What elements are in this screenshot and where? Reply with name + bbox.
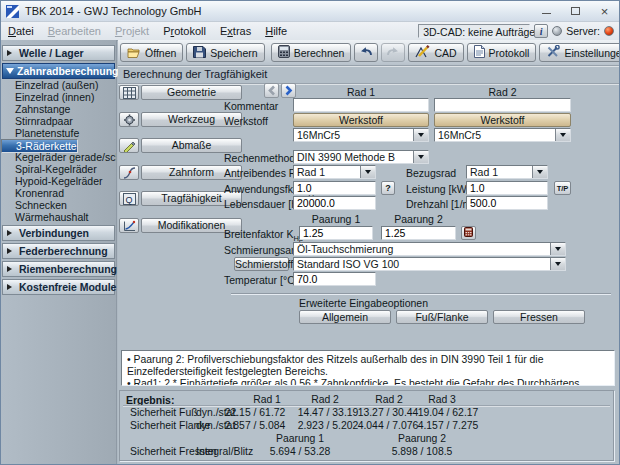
pair-header: Paarung 2 xyxy=(377,433,467,444)
sidebar-section-federberechnung[interactable]: Federberechnung xyxy=(2,243,115,259)
lebensdauer-input[interactable] xyxy=(293,196,376,210)
sidebar-item-zahnstange[interactable]: Zahnstange xyxy=(1,103,116,115)
drehzahl-input[interactable] xyxy=(466,196,548,210)
expander-collapsed-icon xyxy=(7,266,15,272)
settings-button[interactable]: Einstellungen xyxy=(539,43,620,62)
abmasse-button[interactable]: Abmaße xyxy=(141,138,242,153)
result-row-sub: Integral/Blitz xyxy=(196,446,253,457)
cad-status-field: 3D-CAD: keine Aufträge xyxy=(418,24,530,38)
werkstoff-rad2-button[interactable]: Werkstoff xyxy=(434,113,571,127)
save-icon xyxy=(193,46,206,60)
dropdown-arrow-icon[interactable] xyxy=(532,166,547,178)
protocol-icon xyxy=(474,45,485,60)
dropdown-arrow-icon[interactable] xyxy=(360,166,375,178)
info-button[interactable]: i xyxy=(534,24,548,38)
sidebar-item-waermehaushalt[interactable]: Wärmehaushalt xyxy=(1,211,116,223)
dropdown-arrow-icon[interactable] xyxy=(555,129,570,141)
page-title: Berechnung der Tragfähigkeit xyxy=(118,66,619,84)
leistung-toggle-button[interactable]: T/P xyxy=(554,181,571,195)
sidebar-section-welle-lager[interactable]: Welle / Lager xyxy=(2,45,115,61)
menu-item-datei[interactable]: Datei xyxy=(1,25,41,37)
zahnform-icon[interactable] xyxy=(119,165,139,180)
breitenfaktor-calc-button[interactable] xyxy=(461,226,476,240)
fuss-flanke-button[interactable]: Fuß/Flanke xyxy=(396,310,488,324)
menu-item-projekt: Projekt xyxy=(108,25,156,37)
close-button[interactable]: × xyxy=(590,1,619,21)
result-cell: 5.694 / 53.28 xyxy=(255,446,345,457)
werkstoff-rad2-select[interactable]: 16MnCr5 xyxy=(434,128,571,142)
anwendungsfaktor-input[interactable] xyxy=(293,181,376,195)
geometrie-button[interactable]: Geometrie xyxy=(141,85,242,100)
calculate-button[interactable]: Berechnen xyxy=(271,43,352,62)
abmasse-icon[interactable] xyxy=(119,138,139,153)
result-row-label: Sicherheit Fuß xyxy=(130,407,198,418)
cad-button[interactable]: CAD xyxy=(408,43,463,62)
server-label: Server: xyxy=(566,25,600,37)
sidebar-item-kronenrad[interactable]: Kronenrad xyxy=(1,187,116,199)
sidebar-item-hypoid-kegelraeder[interactable]: Hypoid-Kegelräder xyxy=(1,175,116,187)
menu-bar: Datei Bearbeiten Projekt Protokoll Extra… xyxy=(1,22,619,41)
sidebar-section-verbindungen[interactable]: Verbindungen xyxy=(2,225,115,241)
menu-item-hilfe[interactable]: Hilfe xyxy=(258,25,294,37)
sidebar-item-spiral-kegelraeder[interactable]: Spiral-Kegelräder xyxy=(1,163,116,175)
minimize-button[interactable] xyxy=(532,1,561,21)
menu-item-extras[interactable]: Extras xyxy=(213,25,258,37)
sidebar-item-schnecken[interactable]: Schnecken xyxy=(1,199,116,211)
calculator-icon xyxy=(464,227,473,237)
calculator-icon xyxy=(278,45,290,60)
antreibendes-rad-select[interactable]: Rad 1 xyxy=(293,165,376,179)
undo-button[interactable] xyxy=(354,43,378,62)
tragfaehigkeit-icon[interactable]: Q xyxy=(119,191,139,206)
dropdown-arrow-icon[interactable] xyxy=(413,129,428,141)
warning-line: • Paarung 2: Profilverschiebungsfaktor d… xyxy=(127,354,609,378)
paarung2-header: Paarung 2 xyxy=(381,213,456,225)
schmierstoff-select[interactable]: Standard ISO VG 100 xyxy=(293,257,566,271)
werkstoff-rad1-select[interactable]: 16MnCr5 xyxy=(293,128,429,142)
bezugsrad-select[interactable]: Rad 1 xyxy=(466,165,548,179)
results-divider xyxy=(123,405,610,406)
modifikationen-icon[interactable] xyxy=(119,218,139,233)
maximize-icon xyxy=(571,7,580,15)
bezugsrad-label: Bezugsrad xyxy=(406,167,456,179)
kommentar-rad1-input[interactable] xyxy=(293,98,429,112)
dropdown-arrow-icon[interactable] xyxy=(550,243,565,255)
rechenmethode-label: Rechenmethode xyxy=(224,152,301,164)
result-cell: 5.898 / 108.5 xyxy=(377,446,467,457)
rad1-column-header: Rad 1 xyxy=(293,86,429,98)
breitenfaktor-p1-input[interactable] xyxy=(299,226,373,240)
schmierungsart-select[interactable]: Öl-Tauchschmierung xyxy=(293,242,566,256)
menu-item-protokoll[interactable]: Protokoll xyxy=(156,25,213,37)
sidebar-section-kostenfreie-module[interactable]: Kostenfreie Module xyxy=(2,279,115,295)
sidebar-item-einzelrad-aussen[interactable]: Einzelrad (außen) xyxy=(1,79,116,91)
schmierstoff-button[interactable]: Schmierstoff xyxy=(234,257,289,271)
fressen-button[interactable]: Fressen xyxy=(493,310,585,324)
sidebar-item-stirnradpaar[interactable]: Stirnradpaar xyxy=(1,115,116,127)
maximize-button[interactable] xyxy=(561,1,590,21)
sidebar-section-riemenberechnung[interactable]: Riemenberechnung xyxy=(2,261,115,277)
sidebar-item-3-raederkette[interactable]: 3-Räderkette xyxy=(1,139,78,153)
result-col-header: Rad 1 xyxy=(235,394,299,405)
werkzeug-icon[interactable] xyxy=(119,112,139,127)
allgemein-button[interactable]: Allgemein xyxy=(299,310,391,324)
open-folder-icon xyxy=(127,46,141,60)
ka-help-button[interactable]: ? xyxy=(381,181,395,195)
breitenfaktor-p2-input[interactable] xyxy=(381,226,456,240)
dropdown-arrow-icon[interactable] xyxy=(413,151,428,163)
sidebar-item-einzelrad-innen[interactable]: Einzelrad (innen) xyxy=(1,91,116,103)
temperatur-input[interactable] xyxy=(293,272,376,286)
prev-page-button[interactable] xyxy=(264,83,279,98)
redo-button xyxy=(381,43,405,62)
protocol-button[interactable]: Protokoll xyxy=(467,43,537,62)
geometrie-icon[interactable] xyxy=(119,85,139,100)
werkstoff-rad1-button[interactable]: Werkstoff xyxy=(293,113,429,127)
kommentar-rad2-input[interactable] xyxy=(434,98,571,112)
results-panel: Ergebnis: Rad 1 Rad 2 Rad 2 Rad 3 Sicher… xyxy=(119,390,614,461)
schmierungsart-label: Schmierungsart xyxy=(224,244,298,256)
open-button[interactable]: Öffnen xyxy=(120,43,183,62)
leistung-input[interactable] xyxy=(466,181,548,195)
sidebar-section-zahnradberechnung[interactable]: Zahnradberechnung xyxy=(2,63,115,79)
rechenmethode-select[interactable]: DIN 3990 Methode B xyxy=(293,150,429,164)
sidebar-item-planetenstufe[interactable]: Planetenstufe xyxy=(1,127,116,139)
dropdown-arrow-icon[interactable] xyxy=(550,258,565,270)
save-button[interactable]: Speichern xyxy=(186,43,264,62)
